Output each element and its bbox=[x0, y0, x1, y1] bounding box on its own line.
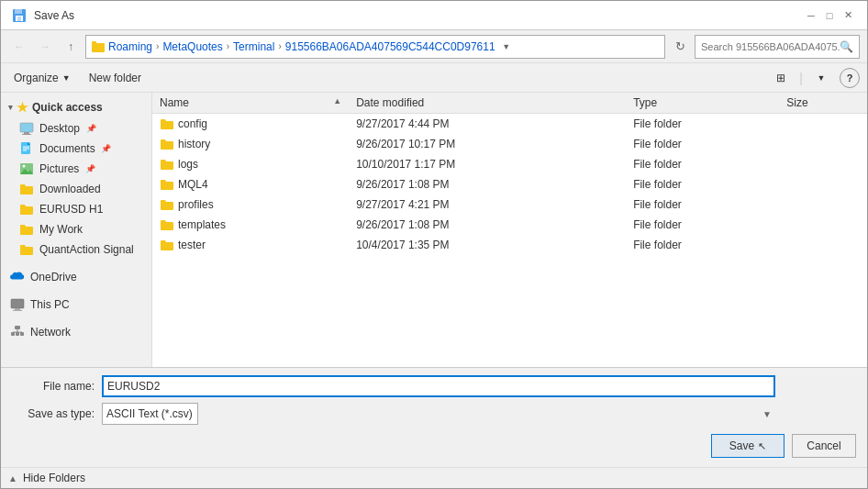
file-row-date: 10/10/2017 1:17 PM bbox=[349, 154, 626, 174]
file-table: Name ▲ Date modified Type Size config bbox=[152, 93, 867, 255]
svg-rect-6 bbox=[92, 41, 96, 44]
breadcrumb-metaquotes[interactable]: MetaQuotes bbox=[162, 40, 222, 53]
organize-chevron-icon: ▼ bbox=[62, 73, 71, 83]
search-bar: 🔍 bbox=[695, 35, 860, 59]
pictures-icon bbox=[19, 161, 34, 176]
sidebar-quantaction-label: QuantAction Signal bbox=[39, 243, 134, 256]
sidebar-item-onedrive[interactable]: OneDrive bbox=[1, 267, 151, 287]
up-button[interactable]: ↑ bbox=[60, 36, 82, 58]
table-row[interactable]: MQL4 9/26/2017 1:08 PM File folder bbox=[152, 174, 867, 194]
sidebar-documents-label: Documents bbox=[39, 142, 95, 155]
save-as-dialog: Save As ─ □ ✕ ← → ↑ Roaming › MetaQuotes… bbox=[0, 0, 868, 489]
col-type-header[interactable]: Type bbox=[626, 93, 779, 114]
cursor-icon: ↖ bbox=[758, 440, 766, 452]
network-icon bbox=[10, 325, 25, 339]
sidebar-item-eurusd[interactable]: EURUSD H1 bbox=[1, 199, 151, 219]
desktop-pin-icon: 📌 bbox=[85, 123, 96, 134]
breadcrumb-sep1: › bbox=[156, 41, 159, 51]
thispc-icon bbox=[10, 297, 25, 312]
file-row-type: File folder bbox=[626, 154, 779, 174]
file-row-date: 10/4/2017 1:35 PM bbox=[349, 235, 626, 255]
svg-rect-3 bbox=[17, 17, 21, 21]
table-row[interactable]: templates 9/26/2017 1:08 PM File folder bbox=[152, 215, 867, 235]
folder-row-icon bbox=[160, 238, 174, 252]
hide-folders-label: Hide Folders bbox=[23, 472, 85, 484]
folder-row-icon bbox=[160, 117, 174, 131]
filetype-select[interactable]: ASCII Text (*.csv) bbox=[102, 403, 198, 425]
breadcrumb-sep2: › bbox=[227, 41, 229, 51]
file-row-size bbox=[779, 134, 867, 154]
sidebar-item-desktop[interactable]: Desktop 📌 bbox=[1, 118, 151, 139]
breadcrumb-dropdown-button[interactable]: ▼ bbox=[499, 36, 514, 58]
table-row[interactable]: tester 10/4/2017 1:35 PM File folder bbox=[152, 235, 867, 255]
sidebar-item-mywork[interactable]: My Work bbox=[1, 219, 151, 239]
table-row[interactable]: history 9/26/2017 10:17 PM File folder bbox=[152, 134, 867, 154]
help-icon: ? bbox=[847, 72, 853, 83]
sidebar-item-quantaction[interactable]: QuantAction Signal bbox=[1, 239, 151, 260]
sidebar-item-network[interactable]: Network bbox=[1, 322, 151, 342]
file-row-name: tester bbox=[178, 239, 206, 251]
select-arrow-icon: ▼ bbox=[762, 409, 772, 419]
file-row-date: 9/26/2017 1:08 PM bbox=[349, 174, 626, 194]
col-date-header[interactable]: Date modified bbox=[349, 93, 626, 114]
filetype-row: Save as type: ASCII Text (*.csv) ▼ bbox=[12, 403, 856, 425]
help-button[interactable]: ? bbox=[840, 68, 860, 88]
breadcrumb-terminal[interactable]: Terminal bbox=[233, 40, 274, 53]
svg-rect-19 bbox=[15, 308, 20, 310]
mywork-icon bbox=[19, 222, 34, 237]
title-controls: ─ □ ✕ bbox=[803, 7, 856, 24]
svg-rect-18 bbox=[11, 299, 24, 308]
save-button[interactable]: Save ↖ bbox=[711, 434, 785, 458]
file-row-date: 9/27/2017 4:21 PM bbox=[349, 194, 626, 215]
svg-rect-8 bbox=[24, 132, 29, 134]
file-row-name: MQL4 bbox=[178, 178, 208, 191]
sidebar-quick-access-header[interactable]: ▾ ★ Quick access bbox=[1, 96, 151, 118]
svg-rect-24 bbox=[16, 332, 19, 336]
table-row[interactable]: config 9/27/2017 4:44 PM File folder bbox=[152, 114, 867, 135]
filetype-wrapper: ASCII Text (*.csv) ▼ bbox=[102, 403, 775, 425]
view-dropdown-button[interactable]: ▼ bbox=[810, 68, 832, 88]
breadcrumb-roaming[interactable]: Roaming bbox=[108, 40, 152, 53]
file-row-type: File folder bbox=[626, 134, 779, 154]
search-input[interactable] bbox=[701, 41, 840, 52]
folder-row-icon bbox=[160, 157, 174, 172]
sort-icon: ▲ bbox=[333, 96, 341, 106]
maximize-button[interactable]: □ bbox=[821, 7, 838, 24]
svg-rect-1 bbox=[15, 9, 22, 14]
new-folder-button[interactable]: New folder bbox=[83, 68, 147, 88]
breadcrumb-folder[interactable]: 915566BA06ADA407569C544CC0D97611 bbox=[285, 40, 495, 53]
sidebar-item-downloaded[interactable]: Downloaded bbox=[1, 179, 151, 199]
col-size-header[interactable]: Size bbox=[779, 93, 867, 114]
col-name-header[interactable]: Name ▲ bbox=[152, 93, 349, 114]
table-row[interactable]: logs 10/10/2017 1:17 PM File folder bbox=[152, 154, 867, 174]
cancel-button[interactable]: Cancel bbox=[792, 434, 856, 458]
hide-folders-bar[interactable]: ▲ Hide Folders bbox=[1, 467, 867, 488]
sidebar-thispc-label: This PC bbox=[30, 298, 70, 311]
table-row[interactable]: profiles 9/27/2017 4:21 PM File folder bbox=[152, 194, 867, 215]
filename-input[interactable] bbox=[102, 375, 775, 397]
sidebar-network-label: Network bbox=[30, 326, 71, 339]
close-button[interactable]: ✕ bbox=[840, 7, 856, 24]
refresh-button[interactable]: ↻ bbox=[669, 35, 691, 59]
file-row-size bbox=[779, 194, 867, 215]
sidebar-item-pictures[interactable]: Pictures 📌 bbox=[1, 159, 151, 179]
search-icon-button[interactable]: 🔍 bbox=[840, 40, 853, 53]
minimize-button[interactable]: ─ bbox=[803, 7, 819, 24]
sidebar-desktop-label: Desktop bbox=[39, 122, 80, 135]
downloaded-icon bbox=[19, 182, 34, 196]
file-name-cell: history bbox=[152, 134, 349, 154]
navigation-toolbar: ← → ↑ Roaming › MetaQuotes › Terminal › … bbox=[1, 30, 867, 63]
file-name-cell: logs bbox=[152, 154, 349, 174]
organize-button[interactable]: Organize ▼ bbox=[8, 68, 76, 88]
folder-row-icon bbox=[160, 217, 174, 232]
title-bar-left: Save As bbox=[12, 8, 74, 23]
svg-rect-9 bbox=[22, 134, 31, 135]
filetype-label: Save as type: bbox=[12, 407, 95, 420]
sidebar-item-thispc[interactable]: This PC bbox=[1, 295, 151, 315]
file-row-type: File folder bbox=[626, 114, 779, 135]
forward-button[interactable]: → bbox=[34, 36, 56, 58]
view-button[interactable]: ⊞ bbox=[770, 68, 792, 88]
file-row-type: File folder bbox=[626, 215, 779, 235]
back-button[interactable]: ← bbox=[8, 36, 30, 58]
sidebar-item-documents[interactable]: Documents 📌 bbox=[1, 139, 151, 159]
